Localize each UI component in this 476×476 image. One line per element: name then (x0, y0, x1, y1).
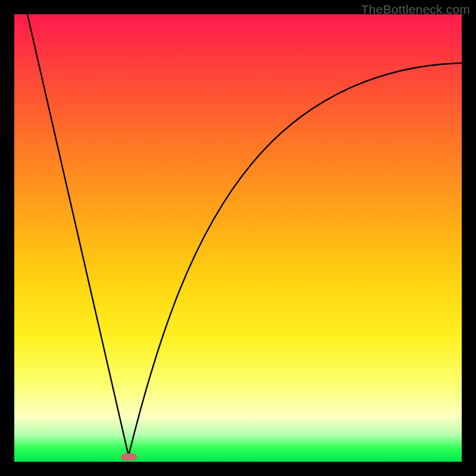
watermark-text: TheBottleneck.com (361, 2, 470, 17)
curve-right-branch (129, 63, 462, 456)
curve-left-branch (27, 14, 129, 456)
bottleneck-curve (14, 14, 462, 462)
plot-area (14, 14, 462, 462)
valley-marker (121, 453, 137, 461)
